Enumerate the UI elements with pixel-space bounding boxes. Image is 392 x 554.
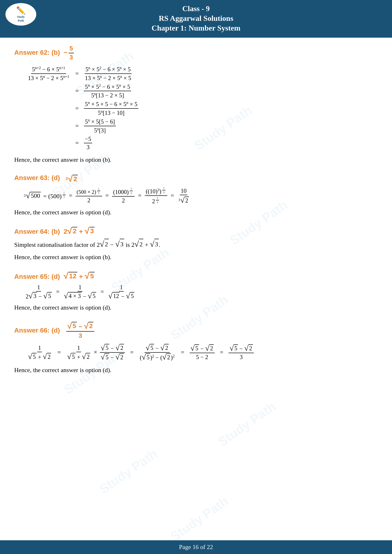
answer-66-conclusion: Hence, the correct answer is option (d). [14,365,378,375]
header-book: RS Aggarwal Solutions [5,14,387,23]
math-row-5: = −5 3 [24,135,141,151]
main-content: Answer 62: (b) −53 5n+2 − 6 × 5n+1 13 × … [0,38,392,392]
answer-64-heading: Answer 64: (b) 2√2 + √3 [14,227,378,235]
answer-62-option: (b) [51,49,60,56]
math-row-1: 5n+2 − 6 × 5n+1 13 × 5n − 2 × 5n+1 = 5n … [24,65,141,82]
eq-2: = [73,83,81,100]
watermark-8: Study Path [215,399,279,449]
answer-62-block: Answer 62: (b) −53 5n+2 − 6 × 5n+1 13 × … [14,45,378,165]
answer-66-block: Answer 66: (d) √5 − √2 3 1 √5 + √2 [14,322,378,375]
logo-text: Study Path [17,15,25,22]
answer-66-math: 1 √5 + √2 = 1 √5 + √2 × √5 − √2 √5 [24,343,257,362]
page-footer: Page 16 of 22 [0,540,392,554]
math-row-4: = 5n × 5[5 − 6] 5n[3] [24,118,141,135]
math-row-3: = 5n × 5 × 5 − 6 × 5n × 5 5n[13 − 10] [24,100,141,117]
answer-64-block: Answer 64: (b) 2√2 + √3 Simplest rationa… [14,227,378,263]
answer-65-conclusion: Hence, the correct answer is option (d). [14,303,378,313]
eq-4: = [73,118,81,135]
answer-62-result-frac: 53 [69,45,74,61]
rhs-62-5: −5 3 [81,135,141,151]
logo-pen-icon: ✏️ [16,6,26,15]
answer-63-conclusion: Hence, the correct answer is option (d). [14,207,378,218]
lhs-62: 5n+2 − 6 × 5n+1 13 × 5n − 2 × 5n+1 [24,65,73,82]
answer-65-math: 1 2√3 − √5 = 1 √4 × 3 − √5 = 1 √12 − √5 [24,284,378,300]
header-class: Class - 9 [5,4,387,13]
answer-66-heading: Answer 66: (d) √5 − √2 3 [14,322,378,340]
answer-63-result: 3√2 [65,174,78,183]
rhs-62-4: 5n × 5[5 − 6] 5n[3] [81,118,141,135]
watermark-9: Study Path [97,446,160,497]
logo-container: ✏️ Study Path [4,2,37,26]
answer-65-block: Answer 65: (d) √12 + √5 1 2√3 − √5 = 1 √… [14,272,378,313]
answer-65-heading: Answer 65: (d) √12 + √5 [14,272,378,280]
header-chapter: Chapter 1: Number System [5,24,387,32]
footer-text: Page 16 of 22 [179,544,213,550]
answer-62-conclusion: Hence, the correct answer is option (b). [14,155,378,165]
eq-3: = [73,100,81,117]
answer-64-conclusion: Hence, the correct answer is option (b). [14,252,378,263]
answer-62-heading: Answer 62: (b) −53 [14,45,378,61]
page-header: ✏️ Study Path Class - 9 RS Aggarwal Solu… [0,0,392,38]
eq-5: = [73,135,81,151]
answer-62-math: 5n+2 − 6 × 5n+1 13 × 5n − 2 × 5n+1 = 5n … [24,65,142,152]
answer-64-text1: Simplest rationalisation factor of 2√2 −… [14,239,378,250]
answer-63-block: Answer 63: (d) 3√2 3√500 = (500)13 = (50… [14,174,378,218]
answer-66-math-row: 1 √5 + √2 = 1 √5 + √2 × √5 − √2 √5 [24,343,257,362]
answer-63-heading: Answer 63: (d) 3√2 [14,174,378,183]
eq-1: = [73,65,81,82]
answer-62-label: Answer 62 [14,49,47,56]
math-row-2: = 5n × 52 − 6 × 5n × 5 5n[13 − 2 × 5] [24,83,141,100]
watermark-10: Study Path [168,494,231,544]
rhs-62-3: 5n × 5 × 5 − 6 × 5n × 5 5n[13 − 10] [81,100,141,117]
rhs-62-1: 5n × 52 − 6 × 5n × 5 13 × 5n − 2 × 5n × … [81,65,141,82]
answer-63-math: 3√500 = (500)13 = (500 × 2)13 2 = (1000)… [24,187,378,205]
page-body: Study Path Study Path Study Path Study P… [0,38,392,554]
logo-circle: ✏️ Study Path [6,3,36,26]
rhs-62-2: 5n × 52 − 6 × 5n × 5 5n[13 − 2 × 5] [81,83,141,100]
